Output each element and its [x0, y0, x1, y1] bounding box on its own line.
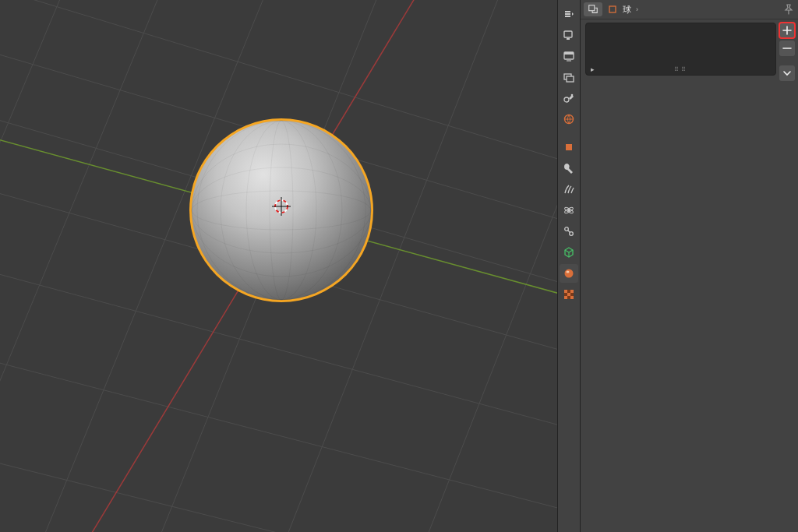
svg-point-44	[567, 271, 570, 273]
tab-render-icon[interactable]	[560, 26, 578, 44]
breadcrumb-chevron: ›	[636, 5, 638, 13]
properties-panel: 球 › ▸ ⠿⠿	[581, 0, 798, 532]
tab-object-icon[interactable]	[560, 138, 578, 157]
app-root: 球 › ▸ ⠿⠿	[0, 0, 798, 532]
svg-line-14	[514, 23, 557, 532]
pin-icon[interactable]	[782, 3, 795, 16]
svg-rect-31	[564, 52, 574, 55]
tab-output-icon[interactable]	[560, 47, 578, 65]
svg-line-8	[0, 0, 86, 532]
object-name-label: 球	[623, 4, 631, 16]
tab-world-icon[interactable]	[560, 110, 578, 129]
properties-header: 球 ›	[581, 0, 798, 19]
tab-object-data-icon[interactable]	[560, 243, 578, 262]
svg-rect-55	[609, 6, 616, 12]
tab-modifiers-icon[interactable]	[560, 159, 578, 178]
svg-rect-45	[564, 290, 567, 293]
svg-point-34	[564, 97, 569, 102]
tab-physics-icon[interactable]	[560, 201, 578, 220]
svg-rect-46	[567, 290, 570, 293]
svg-line-9	[0, 0, 183, 532]
material-slot-list[interactable]: ▸ ⠿⠿	[585, 23, 776, 76]
svg-rect-54	[589, 5, 595, 11]
svg-point-43	[565, 270, 574, 278]
add-material-slot-button[interactable]	[779, 23, 795, 38]
svg-rect-53	[570, 296, 574, 299]
svg-rect-33	[567, 76, 574, 82]
properties-tab-strip	[557, 0, 581, 532]
svg-rect-51	[564, 296, 567, 299]
list-grip-icon[interactable]: ⠿⠿	[586, 67, 775, 73]
material-specials-button[interactable]	[779, 65, 795, 81]
svg-rect-28	[564, 31, 572, 37]
properties-dropdown-icon[interactable]	[560, 5, 578, 23]
datablock-selector-icon[interactable]	[584, 2, 602, 16]
tab-constraints-icon[interactable]	[560, 222, 578, 241]
tab-material-icon[interactable]	[560, 264, 578, 283]
svg-rect-48	[564, 293, 567, 296]
svg-rect-47	[570, 290, 574, 293]
material-slot-row: ▸ ⠿⠿	[581, 19, 798, 81]
object-icon	[607, 4, 618, 15]
svg-rect-37	[566, 144, 572, 150]
viewport-svg	[0, 0, 557, 532]
tab-particles-icon[interactable]	[560, 180, 578, 199]
svg-rect-49	[567, 293, 570, 296]
svg-point-35	[571, 94, 574, 97]
svg-line-5	[0, 339, 557, 532]
tab-scene-icon[interactable]	[560, 89, 578, 107]
tab-texture-icon[interactable]	[560, 285, 578, 304]
svg-rect-29	[567, 38, 570, 40]
3d-viewport[interactable]	[0, 0, 557, 532]
svg-rect-50	[570, 293, 574, 296]
remove-material-slot-button[interactable]	[779, 41, 795, 56]
tab-view-layer-icon[interactable]	[560, 68, 578, 86]
material-slot-buttons	[779, 23, 795, 81]
svg-rect-52	[567, 296, 570, 299]
